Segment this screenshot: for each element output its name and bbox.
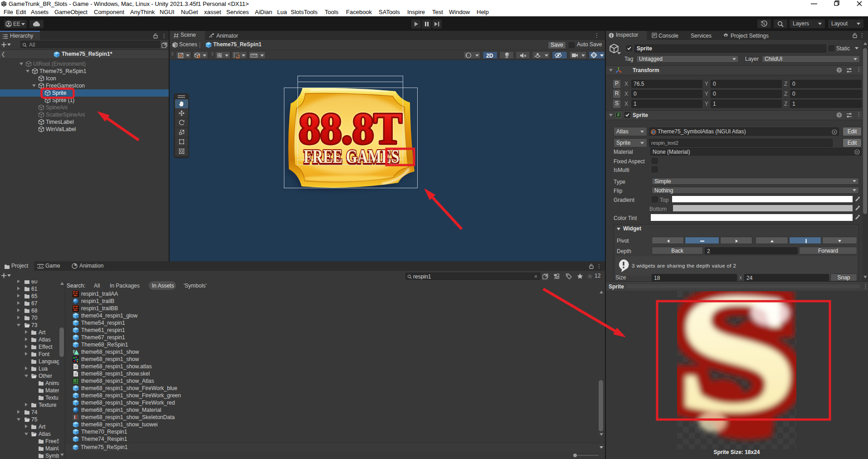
svg-text:?: ? [838,68,841,73]
svg-text:FREE GAMES: FREE GAMES [304,146,400,167]
svg-text:Y: Y [220,55,222,59]
svg-text:?: ? [838,113,841,117]
svg-text:88.8T: 88.8T [299,104,402,153]
svg-text:#: # [617,112,620,117]
